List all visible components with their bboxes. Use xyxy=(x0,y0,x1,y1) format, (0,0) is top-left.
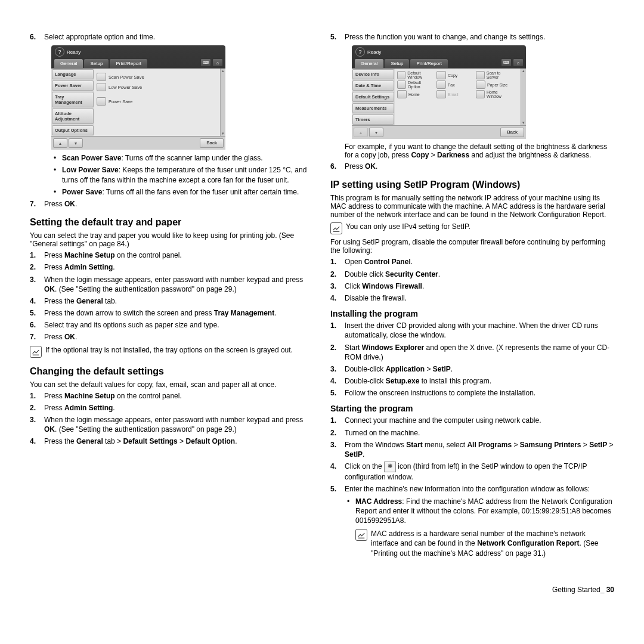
chg-step3: When the login message appears, enter pa… xyxy=(30,415,314,434)
heading-starting: Starting the program xyxy=(330,404,614,413)
down-button[interactable]: ▾ xyxy=(69,138,83,148)
p-setip: This program is for manually setting the… xyxy=(330,194,614,219)
opt-home-window[interactable]: Home Window xyxy=(476,90,512,98)
start-step1: Connect your machine and the computer us… xyxy=(330,416,614,425)
tab-general[interactable]: General xyxy=(354,58,384,68)
tab-print-report[interactable]: Print/Report xyxy=(109,58,148,68)
tray-step4: Press the General tab. xyxy=(30,296,314,306)
down-button[interactable]: ▾ xyxy=(369,128,383,137)
inst-step3: Double-click Application > SetIP. xyxy=(330,364,614,374)
side-altitude-adjustment[interactable]: Altitude Adjustment xyxy=(52,109,94,124)
inst-step5: Follow the onscreen instructions to comp… xyxy=(330,388,614,398)
back-button[interactable]: Back xyxy=(500,128,524,137)
page-footer: Getting Started_ 30 xyxy=(30,586,614,594)
screenshot-general-power: ? Ready General Setup Print/Report ⌨ ⌂ L… xyxy=(51,45,225,150)
opt-fax[interactable]: Fax xyxy=(436,80,472,89)
bullet-power-save: Power Save: Turns off all the fans even … xyxy=(51,187,314,197)
note-icon xyxy=(30,346,42,358)
chk-scan-power[interactable] xyxy=(97,73,106,81)
back-button[interactable]: Back xyxy=(200,138,224,148)
p-firewall: For using SetIP program, disable the com… xyxy=(330,238,614,255)
side-measurements[interactable]: Measurements xyxy=(352,103,394,113)
home-icon[interactable]: ⌂ xyxy=(212,58,223,67)
fw-step4: Disable the firewall. xyxy=(330,293,614,303)
keyboard-icon[interactable]: ⌨ xyxy=(200,58,211,67)
side-tray-management[interactable]: Tray Management xyxy=(52,92,94,107)
bullet-low-power: Low Power Save: Keeps the temperature of… xyxy=(51,165,314,184)
p-default-tray: You can select the tray and paper you wo… xyxy=(30,231,314,248)
r-step5: Press the function you want to change, a… xyxy=(330,32,614,42)
inst-step1: Insert the driver CD provided along with… xyxy=(330,321,614,340)
chg-step1: Press Machine Setup on the control panel… xyxy=(30,391,314,401)
tab-setup[interactable]: Setup xyxy=(384,58,410,68)
opt-default-window[interactable]: Default Window xyxy=(397,71,433,79)
tab-setup[interactable]: Setup xyxy=(83,58,109,68)
up-button[interactable]: ▴ xyxy=(53,138,67,148)
opt-scan-to-server[interactable]: Scan to Server xyxy=(476,71,512,79)
opt-copy[interactable]: Copy xyxy=(436,71,472,79)
opt-email: Email xyxy=(436,90,472,98)
step-6: Select appropriate option and time. xyxy=(30,32,314,42)
note-icon xyxy=(330,222,342,234)
side-power-saver[interactable]: Power Saver xyxy=(52,80,94,91)
home-icon[interactable]: ⌂ xyxy=(513,58,524,67)
tray-step6: Select tray and its options such as pape… xyxy=(30,320,314,330)
note-ipv4: You can only use IPv4 setting for SetIP. xyxy=(346,222,470,234)
tray-step2: Press Admin Setting. xyxy=(30,262,314,272)
fw-step1: Open Control Panel. xyxy=(330,257,614,267)
bullet-mac: MAC Address: Find the machine's MAC addr… xyxy=(345,497,614,526)
chg-step4: Press the General tab > Default Settings… xyxy=(30,436,314,446)
chg-step2: Press Admin Setting. xyxy=(30,403,314,413)
note-mac: MAC address is a hardware serial number … xyxy=(371,529,614,558)
setip-config-icon xyxy=(384,462,396,472)
heading-setip: IP setting using SetIP Program (Windows) xyxy=(330,179,614,190)
tray-step3: When the login message appears, enter pa… xyxy=(30,275,314,294)
inst-step2: Start Windows Explorer and open the X dr… xyxy=(330,343,614,362)
opt-paper-size[interactable]: Paper Size xyxy=(476,80,512,89)
bullet-scan-power: Scan Power Save: Turns off the scanner l… xyxy=(51,153,314,163)
tab-print-report[interactable]: Print/Report xyxy=(410,58,448,68)
p-changing-default: You can set the default values for copy,… xyxy=(30,380,314,389)
scrollbar[interactable] xyxy=(521,69,526,125)
side-default-settings[interactable]: Default Settings xyxy=(352,92,394,102)
heading-changing-default: Changing the default settings xyxy=(30,366,314,377)
opt-default-option[interactable]: Default Option xyxy=(397,80,433,89)
lbl-scan-power: Scan Power Save xyxy=(109,75,144,80)
keyboard-icon[interactable]: ⌨ xyxy=(501,58,512,67)
start-step3: From the Windows Start menu, select All … xyxy=(330,440,614,459)
side-timers[interactable]: Timers xyxy=(352,114,394,125)
tab-general[interactable]: General xyxy=(54,58,83,68)
status-ready: Ready xyxy=(367,49,381,55)
screenshot-default-settings: ? Ready General Setup Print/Report ⌨ ⌂ D… xyxy=(352,45,526,139)
status-ready: Ready xyxy=(67,49,80,55)
lbl-power-save: Power Save xyxy=(109,99,132,104)
chk-low-power[interactable] xyxy=(97,83,106,91)
scrollbar[interactable] xyxy=(220,69,225,136)
help-icon: ? xyxy=(355,47,365,57)
up-button: ▴ xyxy=(354,128,368,137)
start-step4: Click on the icon (third from left) in t… xyxy=(330,462,614,482)
chk-power-save[interactable] xyxy=(97,97,106,106)
side-language[interactable]: Language xyxy=(52,69,94,79)
note-icon xyxy=(355,529,367,541)
tray-step7: Press OK. xyxy=(30,332,314,342)
heading-installing: Installing the program xyxy=(330,309,614,318)
tray-step5: Press the down arrow to switch the scree… xyxy=(30,308,314,318)
note-tray: If the optional tray is not installed, t… xyxy=(45,346,293,358)
side-output-options[interactable]: Output Options xyxy=(52,125,94,135)
tray-step1: Press Machine Setup on the control panel… xyxy=(30,250,314,260)
side-device-info[interactable]: Device Info xyxy=(352,69,394,79)
p-example: For example, if you want to change the d… xyxy=(345,143,614,159)
lbl-low-power: Low Power Save xyxy=(109,85,142,90)
opt-home[interactable]: Home xyxy=(397,90,433,98)
step-7: Press OK. xyxy=(30,199,314,209)
heading-default-tray: Setting the default tray and paper xyxy=(30,217,314,228)
start-step5: Enter the machine's new information into… xyxy=(330,484,614,558)
help-icon: ? xyxy=(55,47,64,57)
fw-step2: Double click Security Center. xyxy=(330,270,614,279)
inst-step4: Double-click Setup.exe to install this p… xyxy=(330,376,614,386)
r-step6: Press OK. xyxy=(330,162,614,171)
fw-step3: Click Windows Firewall. xyxy=(330,281,614,291)
start-step2: Turned on the machine. xyxy=(330,428,614,438)
side-date-time[interactable]: Date & Time xyxy=(352,80,394,91)
